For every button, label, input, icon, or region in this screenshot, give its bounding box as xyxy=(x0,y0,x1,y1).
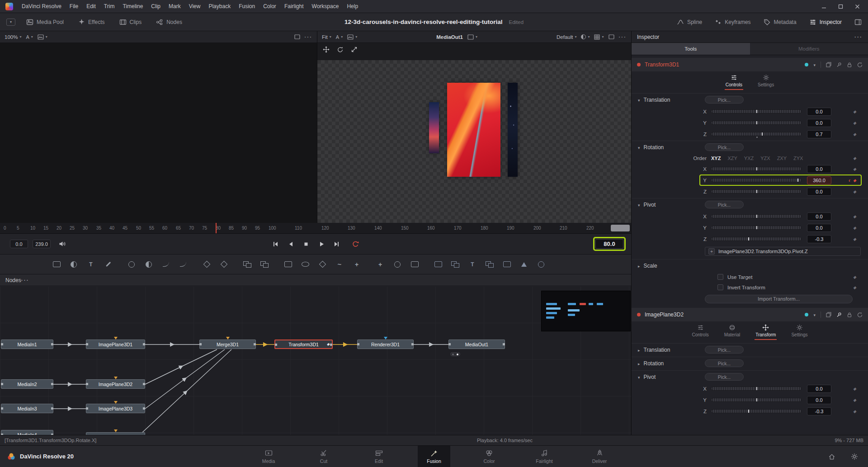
node-imageplane3d3[interactable]: ImagePlane3D3 xyxy=(86,404,145,413)
order-option-yxz[interactable]: YXZ xyxy=(744,156,754,161)
rotation-pick-button[interactable]: Pick... xyxy=(705,143,744,151)
menu-item-fusion[interactable]: Fusion xyxy=(235,0,259,13)
slider-thumb[interactable] xyxy=(756,398,757,401)
lut-select[interactable]: Default xyxy=(557,34,576,40)
ellipse-mask-tool-icon[interactable] xyxy=(299,260,311,269)
home-icon[interactable] xyxy=(828,453,835,460)
camera-3d-tool-icon[interactable] xyxy=(501,260,513,269)
renderer-3d-tool-icon[interactable] xyxy=(535,260,547,269)
right-viewer-canvas[interactable] xyxy=(317,43,631,223)
ip-rotation-pick-button[interactable]: Pick... xyxy=(705,359,744,367)
nodes-minimap[interactable] xyxy=(541,291,631,331)
keyframe-icon-active[interactable] xyxy=(853,178,856,183)
close-icon[interactable] xyxy=(855,4,860,9)
luma-keyer-tool-icon[interactable] xyxy=(218,260,230,269)
keyframe-icon[interactable] xyxy=(853,156,856,160)
invert-transform-checkbox[interactable] xyxy=(717,284,723,290)
viewer-1-dot[interactable] xyxy=(452,354,454,355)
loop-button[interactable] xyxy=(352,241,359,248)
channel-select[interactable] xyxy=(26,34,33,40)
ip-translation-section-header[interactable]: Translation Pick... xyxy=(632,343,868,356)
node-mediain1[interactable]: MediaIn1 xyxy=(1,340,53,349)
slider-thumb[interactable] xyxy=(756,387,757,390)
rotate-gizmo-icon[interactable] xyxy=(337,46,344,53)
keyframes-button[interactable]: Keyframes xyxy=(715,19,750,25)
carousel-plane-center[interactable] xyxy=(447,83,500,177)
audio-mute-icon[interactable] xyxy=(59,241,66,247)
maximize-icon[interactable] xyxy=(838,4,843,9)
color-curves-tool-icon[interactable] xyxy=(160,260,172,269)
import-transform-button[interactable]: Import Transform... xyxy=(705,295,853,303)
rotation-z-slider[interactable] xyxy=(711,189,802,193)
order-option-xzy[interactable]: XZY xyxy=(727,156,737,161)
menu-item-color[interactable]: Color xyxy=(259,0,280,13)
rotation-x-value[interactable]: 0.0 xyxy=(807,165,831,173)
tab-modifiers[interactable]: Modifiers xyxy=(750,43,868,55)
keyframe-icon[interactable] xyxy=(853,409,856,414)
scale-section-header[interactable]: Scale xyxy=(632,259,868,272)
merge-3d-tool-icon[interactable] xyxy=(484,260,495,269)
nodes-options-icon[interactable] xyxy=(21,277,29,283)
text-3d-tool-icon[interactable] xyxy=(467,260,478,269)
use-target-checkbox[interactable] xyxy=(717,274,723,280)
node-mediain4[interactable]: MediaIn4 xyxy=(1,430,53,435)
ip-pivot-x-slider[interactable] xyxy=(711,387,802,391)
spot-light-tool-icon[interactable] xyxy=(518,260,530,269)
chevron-down-icon[interactable] xyxy=(813,311,816,318)
menu-item-file[interactable]: File xyxy=(66,0,82,13)
shape-3d-tool-icon[interactable] xyxy=(449,260,461,269)
translation-x-value[interactable]: 0.0 xyxy=(807,108,831,116)
left-viewer-canvas[interactable] xyxy=(0,43,317,223)
minimize-icon[interactable] xyxy=(821,4,826,9)
viewer-2-dot[interactable] xyxy=(457,354,458,355)
delta-keyer-tool-icon[interactable] xyxy=(201,260,212,269)
ruler-scroll-thumb[interactable] xyxy=(611,225,630,231)
page-fairlight[interactable]: Fairlight xyxy=(528,446,561,467)
view-mode-select[interactable] xyxy=(38,34,47,40)
panel-layout-icon[interactable] xyxy=(854,19,862,26)
rotation-z-value[interactable]: 0.0 xyxy=(807,188,831,196)
metadata-button[interactable]: Metadata xyxy=(764,19,797,26)
ip-pivot-z-slider[interactable] xyxy=(711,409,802,413)
pivot-z-value[interactable]: -0.3 xyxy=(807,235,831,243)
keyframe-icon[interactable] xyxy=(853,226,856,230)
merge-tool-icon[interactable] xyxy=(241,260,253,269)
order-option-yzx[interactable]: YZX xyxy=(760,156,770,161)
expression-field[interactable]: ImagePlane3D2.Transform3DOp.Pivot.Z xyxy=(705,247,861,256)
lock-icon[interactable] xyxy=(847,62,852,67)
fit-select[interactable]: Fit xyxy=(322,34,331,40)
app-icon[interactable] xyxy=(5,3,13,10)
order-option-xyz[interactable]: XYZ xyxy=(711,156,721,161)
page-cut[interactable]: Cut xyxy=(307,446,340,467)
node-mediaout1[interactable]: MediaOut1 xyxy=(448,340,505,349)
hue-curves-tool-icon[interactable] xyxy=(177,260,189,269)
menu-item-timeline[interactable]: Timeline xyxy=(118,0,147,13)
move-gizmo-icon[interactable] xyxy=(323,46,330,53)
ip-pivot-x-value[interactable]: 0.0 xyxy=(807,385,831,393)
node-color-dot[interactable] xyxy=(805,313,808,316)
menu-item-help[interactable]: Help xyxy=(343,0,362,13)
ip-pivot-pick-button[interactable]: Pick... xyxy=(705,373,744,381)
pivot-section-header[interactable]: Pivot Pick... xyxy=(632,198,868,211)
go-to-end-button[interactable] xyxy=(334,241,340,247)
node-mediain2[interactable]: MediaIn2 xyxy=(1,379,53,389)
chevron-down-icon[interactable] xyxy=(813,61,816,68)
reset-icon[interactable] xyxy=(857,62,863,67)
playhead[interactable] xyxy=(216,223,217,233)
clips-button[interactable]: Clips xyxy=(119,19,142,26)
tracker-tool-icon[interactable] xyxy=(392,260,403,269)
media-pool-button[interactable]: Media Pool xyxy=(26,19,64,26)
viewer-options-icon[interactable] xyxy=(619,34,627,40)
ip-translation-pick-button[interactable]: Pick... xyxy=(705,346,744,354)
scene-input-triangle[interactable] xyxy=(114,429,118,432)
keyframe-icon[interactable] xyxy=(853,237,856,241)
rotation-x-slider[interactable] xyxy=(711,167,802,171)
timeline-ruler[interactable]: 0 5 10 15 20 25 30 35 40 45 50 55 60 65 … xyxy=(0,223,631,234)
keyframe-icon[interactable] xyxy=(853,132,856,137)
translation-pick-button[interactable]: Pick... xyxy=(705,96,744,104)
menu-item-mark[interactable]: Mark xyxy=(165,0,185,13)
keyframe-icon[interactable] xyxy=(853,167,856,171)
go-to-start-button[interactable] xyxy=(272,241,278,247)
page-color[interactable]: Color xyxy=(473,446,505,467)
slider-thumb[interactable] xyxy=(748,410,749,413)
